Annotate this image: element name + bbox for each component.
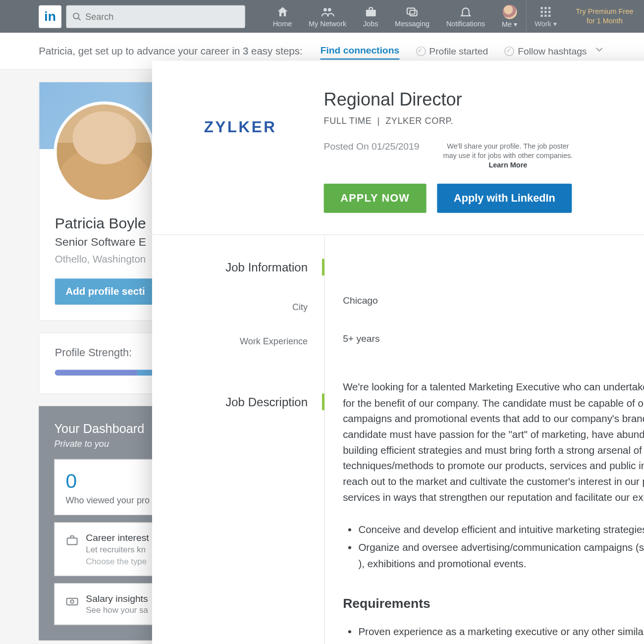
requirements-heading: Requirements — [343, 593, 644, 614]
apply-now-button[interactable]: APPLY NOW — [324, 183, 427, 213]
job-responsibilities-list: Conceive and develop efficient and intui… — [343, 522, 644, 572]
disclosure-text: We'll share your profile. The job poster… — [443, 141, 573, 170]
requirements-list: Proven experience as a marketing executi… — [343, 624, 644, 644]
company-logo-text: ZYLKER — [204, 118, 277, 136]
section-heading-info: Job Information — [164, 259, 324, 275]
label-experience: Work Experience — [164, 335, 324, 345]
posted-on: Posted On 01/25/2019 — [324, 141, 420, 152]
label-city: City — [164, 302, 324, 312]
list-item: Organize and oversee advertising/communi… — [358, 540, 644, 572]
modal-backdrop: ZYLKER Regional Director FULL TIME | ZYL… — [0, 0, 644, 644]
apply-with-linkedin-button[interactable]: Apply with LinkedIn — [437, 183, 572, 213]
section-heading-desc: Job Description — [164, 393, 324, 410]
company-logo: ZYLKER — [181, 90, 300, 213]
list-item: Proven experience as a marketing executi… — [358, 624, 644, 640]
learn-more-link[interactable]: Learn More — [488, 161, 527, 169]
value-experience: 5+ years — [343, 332, 644, 347]
list-item: Conceive and develop efficient and intui… — [358, 522, 644, 538]
job-description-paragraph: We're looking for a talented Marketing E… — [343, 380, 644, 506]
job-subtitle: FULL TIME | ZYLKER CORP. — [324, 116, 644, 126]
job-detail-modal: ZYLKER Regional Director FULL TIME | ZYL… — [152, 61, 644, 644]
value-city: Chicago — [343, 293, 644, 308]
job-title: Regional Director — [324, 90, 644, 110]
